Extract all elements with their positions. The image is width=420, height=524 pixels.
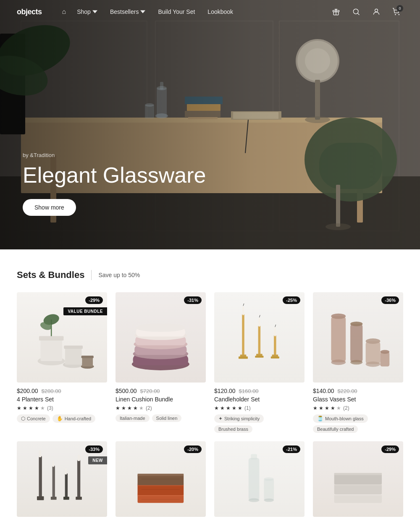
product-image-planters: -29% VALUE BUNDLE bbox=[17, 292, 107, 383]
svg-rect-120 bbox=[334, 473, 382, 475]
product-card-towels[interactable]: -20% bbox=[116, 441, 206, 522]
review-count-cushions: (2) bbox=[146, 405, 152, 411]
svg-rect-77 bbox=[331, 316, 346, 362]
svg-line-66 bbox=[243, 304, 244, 306]
tags-cushions: Italian-made Solid linen bbox=[116, 414, 206, 422]
product-card-candles[interactable]: -25% bbox=[214, 292, 304, 433]
price-original-candles: $160.00 bbox=[239, 388, 259, 394]
discount-badge-candles2: -33% bbox=[85, 445, 103, 453]
svg-point-114 bbox=[264, 477, 274, 481]
price-row-candles: $120.00 $160.00 bbox=[214, 388, 304, 394]
product-card-vases[interactable]: -36% bbox=[313, 292, 403, 433]
review-count-planters: (3) bbox=[47, 405, 53, 411]
svg-rect-93 bbox=[52, 461, 55, 467]
candles-illustration bbox=[214, 292, 304, 383]
svg-rect-42 bbox=[40, 338, 62, 361]
svg-rect-94 bbox=[65, 473, 68, 498]
svg-rect-98 bbox=[76, 497, 82, 500]
product-card-planters[interactable]: -29% VALUE BUNDLE bbox=[17, 292, 107, 433]
svg-rect-43 bbox=[39, 336, 63, 340]
nav-lookbook[interactable]: Lookbook bbox=[202, 6, 238, 18]
discount-badge-cushions: -31% bbox=[184, 296, 202, 304]
product-card-blankets[interactable]: -29% bbox=[313, 441, 403, 522]
tags-candles: ✦ Striking simplicity Brushed brass bbox=[214, 414, 304, 433]
nav-links: ⌂ Shop Bestsellers Build Your Set Lookbo… bbox=[59, 5, 329, 18]
product-image-candles: -25% bbox=[214, 292, 304, 383]
svg-rect-117 bbox=[334, 484, 382, 495]
svg-rect-86 bbox=[380, 352, 389, 367]
cushions-svg bbox=[122, 299, 199, 376]
svg-rect-67 bbox=[258, 326, 260, 356]
svg-rect-90 bbox=[39, 450, 41, 457]
svg-rect-62 bbox=[242, 314, 244, 357]
tag-simplicity: ✦ Striking simplicity bbox=[214, 414, 264, 423]
stars-planters: ★ ★ ★ ★ ★ (3) bbox=[17, 405, 107, 411]
svg-rect-119 bbox=[334, 474, 382, 485]
svg-point-111 bbox=[249, 498, 260, 502]
price-original-vases: $220.00 bbox=[338, 388, 357, 394]
nav-shop[interactable]: Shop bbox=[72, 6, 102, 18]
discount-badge-glass-set: -21% bbox=[283, 445, 300, 453]
nav-home[interactable]: ⌂ bbox=[59, 5, 70, 18]
price-current-vases: $140.00 bbox=[313, 388, 334, 394]
product-image-cushions: -31% bbox=[116, 292, 206, 383]
products-section: Sets & Bundles Save up to 50% -29% VALUE… bbox=[0, 249, 420, 524]
cushions-illustration bbox=[116, 292, 206, 383]
search-icon-btn[interactable] bbox=[349, 5, 363, 18]
price-original-planters: $280.00 bbox=[42, 388, 61, 394]
planters-illustration bbox=[17, 292, 107, 383]
discount-badge-towels: -20% bbox=[184, 445, 202, 453]
user-icon-btn[interactable] bbox=[370, 5, 383, 18]
tag-italian: Italian-made bbox=[116, 414, 150, 422]
svg-rect-65 bbox=[242, 307, 244, 315]
tags-vases: 🫙 Mouth-blown glass Beautifully crafted bbox=[313, 414, 403, 433]
svg-point-2 bbox=[353, 9, 358, 14]
navigation: objects ⌂ Shop Bestsellers Build Your Se… bbox=[0, 0, 420, 24]
svg-rect-96 bbox=[65, 468, 67, 474]
svg-line-71 bbox=[260, 315, 260, 317]
show-more-button[interactable]: Show more bbox=[23, 199, 76, 216]
hero-brand: by &Tradition bbox=[23, 152, 206, 158]
product-grid-row2: -33% NEW bbox=[17, 441, 403, 522]
svg-rect-51 bbox=[82, 356, 93, 366]
nav-bestsellers[interactable]: Bestsellers bbox=[105, 6, 150, 18]
product-image-candles2: -33% NEW bbox=[17, 441, 107, 517]
svg-point-113 bbox=[264, 498, 274, 502]
value-bundle-badge: VALUE BUNDLE bbox=[63, 307, 107, 315]
svg-rect-97 bbox=[77, 460, 80, 498]
review-count-candles: (1) bbox=[244, 405, 251, 411]
hero-section: by &Tradition Elegant Glassware Show mor… bbox=[0, 0, 420, 249]
svg-point-85 bbox=[366, 362, 381, 367]
svg-rect-99 bbox=[78, 455, 80, 461]
svg-point-4 bbox=[395, 14, 396, 15]
price-original-cushions: $720.00 bbox=[140, 388, 160, 394]
nav-build-your-set[interactable]: Build Your Set bbox=[153, 6, 200, 18]
svg-point-3 bbox=[375, 9, 378, 12]
product-card-candles2[interactable]: -33% NEW bbox=[17, 441, 107, 522]
svg-rect-95 bbox=[63, 497, 69, 500]
svg-point-61 bbox=[136, 324, 185, 332]
gift-icon-btn[interactable] bbox=[329, 5, 343, 18]
brand-logo[interactable]: objects bbox=[17, 8, 42, 16]
cart-count: 0 bbox=[396, 5, 403, 12]
product-name-candles: Candleholder Set bbox=[214, 396, 304, 403]
svg-rect-80 bbox=[350, 324, 362, 362]
svg-point-79 bbox=[331, 359, 346, 365]
svg-rect-110 bbox=[251, 454, 257, 460]
price-current-planters: $200.00 bbox=[17, 388, 38, 394]
svg-rect-109 bbox=[249, 458, 260, 500]
price-row-cushions: $500.00 $720.00 bbox=[116, 388, 206, 394]
svg-point-87 bbox=[380, 350, 389, 354]
product-card-cushions[interactable]: -31% bbox=[116, 292, 206, 433]
cart-icon-btn[interactable]: 0 bbox=[390, 5, 403, 18]
discount-badge-vases: -36% bbox=[381, 296, 399, 304]
svg-rect-70 bbox=[259, 318, 260, 327]
product-card-glass-set[interactable]: -21% bbox=[214, 441, 304, 522]
stars-cushions: ★ ★ ★ ★ ★ (2) bbox=[116, 405, 206, 411]
stars-vases: ★ ★ ★ ★ ★ (2) bbox=[313, 405, 403, 411]
svg-rect-64 bbox=[239, 356, 248, 359]
svg-point-84 bbox=[366, 338, 381, 344]
svg-rect-92 bbox=[51, 497, 57, 500]
vases-illustration bbox=[313, 292, 403, 383]
product-name-planters: 4 Planters Set bbox=[17, 396, 107, 403]
